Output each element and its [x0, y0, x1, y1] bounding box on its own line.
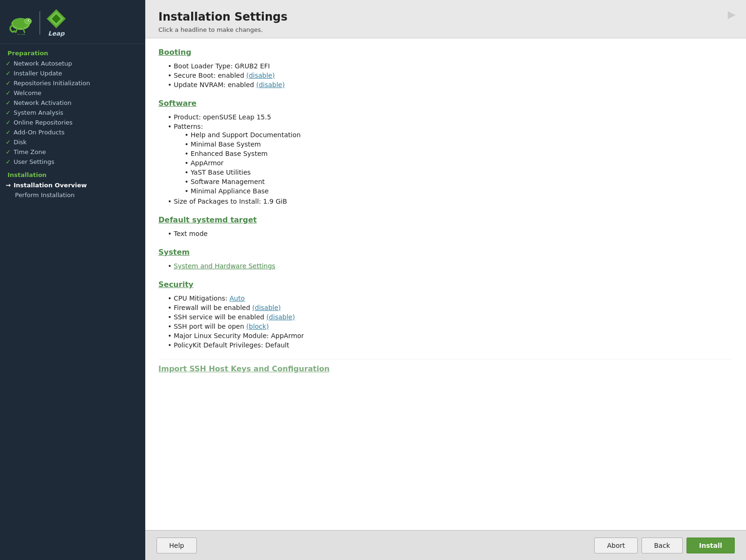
- security-cpu: CPU Mitigations: Auto: [168, 294, 732, 303]
- software-patterns: Patterns: Help and Support Documentation…: [168, 122, 732, 197]
- patterns-list: Help and Support Documentation Minimal B…: [168, 130, 732, 196]
- action-buttons: Abort Back Install: [594, 538, 735, 553]
- sidebar-item-repositories-init[interactable]: ✓ Repositories Initialization: [0, 78, 145, 88]
- check-icon: ✓: [6, 80, 11, 87]
- sidebar-item-addon-products[interactable]: ✓ Add-On Products: [0, 127, 145, 137]
- sidebar-item-installation-overview[interactable]: → Installation Overview: [0, 180, 145, 190]
- pattern-minimal-base: Minimal Base System: [185, 140, 732, 149]
- svg-line-5: [16, 28, 18, 32]
- security-apparmor: Major Linux Security Module: AppArmor: [168, 331, 732, 340]
- main-content: Installation Settings Click a headline t…: [145, 0, 746, 560]
- booting-heading[interactable]: Booting: [158, 48, 732, 57]
- leap-logo: Leap: [46, 8, 67, 37]
- svg-point-4: [29, 20, 30, 21]
- disable-secureboot-link[interactable]: (disable): [246, 72, 275, 79]
- moon-icon[interactable]: ▶: [728, 8, 736, 20]
- pattern-software-mgmt: Software Management: [185, 177, 732, 186]
- help-button[interactable]: Help: [157, 538, 197, 553]
- software-size: Size of Packages to Install: 1.9 GiB: [168, 197, 732, 206]
- security-list: CPU Mitigations: Auto Firewall will be e…: [158, 294, 732, 350]
- systemd-text-mode: Text mode: [168, 229, 732, 238]
- pattern-yast: YaST Base Utilities: [185, 168, 732, 177]
- pattern-apparmor: AppArmor: [185, 158, 732, 168]
- software-list: Product: openSUSE Leap 15.5 Patterns: He…: [158, 112, 732, 206]
- system-list: System and Hardware Settings: [158, 261, 732, 271]
- sidebar-item-welcome[interactable]: ✓ Welcome: [0, 88, 145, 98]
- install-button[interactable]: Install: [686, 538, 735, 553]
- disable-firewall-link[interactable]: (disable): [252, 304, 281, 311]
- pattern-enhanced-base: Enhanced Base System: [185, 149, 732, 158]
- software-product: Product: openSUSE Leap 15.5: [168, 112, 732, 122]
- disable-nvram-link[interactable]: (disable): [256, 81, 285, 88]
- sidebar: openSUSE Leap Preparation ✓ Network Auto…: [0, 0, 145, 560]
- systemd-list: Text mode: [158, 229, 732, 238]
- booting-list: Boot Loader Type: GRUB2 EFI Secure Boot:…: [158, 61, 732, 89]
- page-subtitle: Click a headline to make changes.: [158, 26, 733, 33]
- check-icon: ✓: [6, 70, 11, 77]
- cpu-mitigations-link[interactable]: Auto: [230, 295, 245, 302]
- abort-button[interactable]: Abort: [594, 538, 637, 553]
- booting-item-nvram: Update NVRAM: enabled (disable): [168, 80, 732, 89]
- security-ssh-service: SSH service will be enabled (disable): [168, 312, 732, 322]
- sidebar-item-system-analysis[interactable]: ✓ System Analysis: [0, 108, 145, 118]
- opensuse-logo: openSUSE: [7, 11, 34, 35]
- check-icon: ✓: [6, 89, 11, 96]
- check-icon: ✓: [6, 158, 11, 165]
- check-icon: ✓: [6, 129, 11, 136]
- sidebar-item-network-activation[interactable]: ✓ Network Activation: [0, 98, 145, 108]
- check-icon: ✓: [6, 139, 11, 146]
- preparation-section-title: Preparation: [0, 44, 145, 59]
- security-heading[interactable]: Security: [158, 280, 732, 289]
- system-heading[interactable]: System: [158, 248, 732, 257]
- pattern-minimal-appliance: Minimal Appliance Base: [185, 186, 732, 196]
- content-area[interactable]: Booting Boot Loader Type: GRUB2 EFI Secu…: [145, 38, 746, 530]
- import-ssh-heading[interactable]: Import SSH Host Keys and Configuration: [158, 359, 732, 373]
- check-icon: ✓: [6, 109, 11, 116]
- sidebar-item-disk[interactable]: ✓ Disk: [0, 137, 145, 147]
- check-icon: ✓: [6, 60, 11, 67]
- pattern-help: Help and Support Documentation: [185, 130, 732, 140]
- sidebar-item-network-autosetup[interactable]: ✓ Network Autosetup: [0, 59, 145, 68]
- system-hardware-link-item: System and Hardware Settings: [168, 261, 732, 271]
- booting-item-secureboot: Secure Boot: enabled (disable): [168, 71, 732, 80]
- sidebar-item-installer-update[interactable]: ✓ Installer Update: [0, 68, 145, 78]
- check-icon: ✓: [6, 148, 11, 155]
- logo-area: openSUSE Leap: [0, 0, 145, 44]
- check-icon: ✓: [6, 99, 11, 106]
- leap-diamond-icon: [46, 8, 67, 29]
- booting-item-bootloader: Boot Loader Type: GRUB2 EFI: [168, 61, 732, 71]
- svg-point-2: [24, 18, 32, 24]
- arrow-icon: →: [6, 182, 11, 189]
- sidebar-item-user-settings[interactable]: ✓ User Settings: [0, 157, 145, 167]
- security-policykit: PolicyKit Default Privileges: Default: [168, 340, 732, 350]
- security-firewall: Firewall will be enabled (disable): [168, 303, 732, 312]
- back-button[interactable]: Back: [642, 538, 683, 553]
- security-ssh-port: SSH port will be open (block): [168, 322, 732, 331]
- system-hardware-link[interactable]: System and Hardware Settings: [174, 262, 276, 270]
- disable-ssh-service-link[interactable]: (disable): [266, 313, 295, 321]
- opensuse-chameleon-icon: openSUSE: [7, 11, 34, 35]
- leap-text: Leap: [48, 30, 64, 37]
- sidebar-item-perform-installation[interactable]: Perform Installation: [0, 190, 145, 200]
- systemd-heading[interactable]: Default systemd target: [158, 215, 732, 224]
- logo-divider: [39, 11, 40, 35]
- block-ssh-port-link[interactable]: (block): [246, 323, 269, 330]
- installation-section-title: Installation: [0, 167, 145, 180]
- bottom-bar: Help Abort Back Install: [145, 530, 746, 560]
- page-title: Installation Settings: [158, 10, 733, 23]
- sidebar-item-timezone[interactable]: ✓ Time Zone: [0, 147, 145, 157]
- svg-text:openSUSE: openSUSE: [10, 33, 25, 34]
- check-icon: ✓: [6, 119, 11, 126]
- main-header: Installation Settings Click a headline t…: [145, 0, 746, 38]
- sidebar-item-online-repos[interactable]: ✓ Online Repositories: [0, 118, 145, 127]
- software-heading[interactable]: Software: [158, 99, 732, 108]
